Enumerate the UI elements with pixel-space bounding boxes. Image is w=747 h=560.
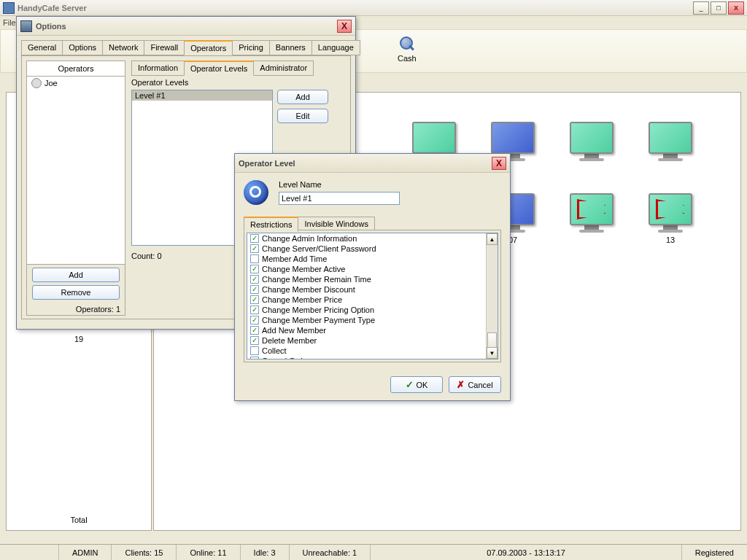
toolbar-cash-label: Cash: [398, 54, 417, 63]
level-name-label: Level Name: [279, 180, 322, 189]
options-tab-operators[interactable]: Operators: [184, 40, 233, 55]
restriction-label: Member Add Time: [262, 254, 327, 263]
avatar-icon: [31, 78, 42, 88]
cancel-button[interactable]: ✗Cancel: [449, 376, 501, 393]
checkbox[interactable]: [250, 234, 259, 243]
restriction-label: Collect: [262, 346, 287, 355]
status-unreachable: Unreachable: 1: [289, 545, 371, 560]
restriction-item[interactable]: Change Member Pricing Option: [247, 305, 498, 315]
app-title: HandyCafe Server: [18, 4, 693, 12]
restriction-label: Change Member Payment Type: [262, 316, 375, 324]
restriction-label: Add New Member: [262, 326, 326, 335]
maximize-button[interactable]: □: [711, 1, 727, 15]
operators-add-button[interactable]: Add: [32, 268, 120, 282]
checkbox[interactable]: [250, 316, 259, 324]
checkbox[interactable]: [250, 275, 259, 284]
restriction-label: Change Member Active: [262, 265, 345, 273]
options-tab-network[interactable]: Network: [102, 40, 144, 55]
client-monitor[interactable]: [567, 193, 616, 244]
restriction-item[interactable]: Cancel Order: [247, 356, 498, 359]
subtab-operator-levels[interactable]: Operator Levels: [184, 61, 254, 76]
level-name-input[interactable]: [279, 192, 400, 205]
level-item[interactable]: Level #1: [132, 90, 272, 101]
level-edit-button[interactable]: Edit: [277, 109, 328, 123]
restriction-label: Delete Member: [262, 336, 317, 345]
toolbar-cash-button[interactable]: Cash: [398, 35, 417, 63]
check-icon: ✓: [406, 379, 414, 390]
operators-remove-button[interactable]: Remove: [32, 285, 120, 300]
options-tab-pricing[interactable]: Pricing: [232, 40, 270, 55]
options-close-button[interactable]: X: [337, 20, 352, 33]
operator-item[interactable]: Joe: [27, 77, 125, 90]
client-monitor[interactable]: [567, 122, 616, 164]
status-spacer: [0, 545, 58, 560]
restriction-label: Change Member Discount: [262, 285, 355, 294]
checkbox[interactable]: [250, 326, 259, 335]
checkbox[interactable]: [250, 295, 259, 304]
scroll-up-button[interactable]: ▲: [487, 233, 498, 245]
restriction-item[interactable]: Change Member Remain Time: [247, 274, 498, 284]
options-tab-firewall[interactable]: Firewall: [144, 40, 185, 55]
status-online: Online: 11: [176, 545, 239, 560]
operator-name: Joe: [44, 79, 58, 88]
magnifier-icon: [398, 35, 416, 52]
checkbox[interactable]: [250, 244, 259, 253]
operators-footer: Operators: 1: [27, 303, 125, 316]
client-label: 13: [646, 236, 695, 244]
subtab-administrator[interactable]: Administrator: [253, 61, 314, 76]
close-button[interactable]: X: [728, 1, 744, 15]
restriction-item[interactable]: Change Server/Client Password: [247, 244, 498, 254]
checkbox[interactable]: [250, 306, 259, 314]
restriction-label: Change Member Pricing Option: [262, 306, 374, 314]
restriction-item[interactable]: Add New Member: [247, 325, 498, 335]
restriction-label: Change Admin Information: [262, 234, 357, 243]
restriction-label: Change Member Price: [262, 295, 342, 304]
restriction-label: Cancel Order: [262, 357, 309, 359]
restriction-item[interactable]: Delete Member: [247, 335, 498, 346]
checkbox[interactable]: [250, 285, 259, 294]
options-tab-language[interactable]: Language: [311, 40, 360, 55]
operator-subtabs: InformationOperator LevelsAdministrator: [131, 61, 313, 76]
restriction-item[interactable]: Change Admin Information: [247, 233, 498, 244]
level-close-button[interactable]: X: [492, 157, 506, 170]
restriction-item[interactable]: Change Member Active: [247, 264, 498, 274]
status-clients: Clients: 15: [111, 545, 176, 560]
key-icon: [244, 180, 268, 205]
restrictions-list[interactable]: Change Admin InformationChange Server/Cl…: [247, 233, 498, 359]
operators-list[interactable]: Joe: [27, 77, 125, 265]
checkbox[interactable]: [250, 346, 259, 355]
client-monitor[interactable]: 13: [646, 193, 695, 244]
options-tab-banners[interactable]: Banners: [269, 40, 312, 55]
minimize-button[interactable]: _: [693, 1, 709, 15]
restriction-item[interactable]: Change Member Payment Type: [247, 315, 498, 325]
options-tabstrip: GeneralOptionsNetworkFirewallOperatorsPr…: [21, 40, 351, 55]
checkbox[interactable]: [250, 265, 259, 273]
level-add-button[interactable]: Add: [277, 90, 328, 104]
ok-button[interactable]: ✓OK: [390, 376, 443, 393]
subtab-information[interactable]: Information: [131, 61, 185, 76]
checkbox[interactable]: [250, 336, 259, 345]
x-icon: ✗: [457, 379, 465, 390]
restriction-label: Change Server/Client Password: [262, 244, 376, 253]
restrictions-scrollbar[interactable]: ▲ ▼: [486, 233, 498, 359]
status-idle: Idle: 3: [240, 545, 289, 560]
level-tab-restrictions[interactable]: Restrictions: [244, 217, 298, 232]
checkbox[interactable]: [250, 357, 259, 359]
status-registered: Registered: [681, 545, 747, 560]
scroll-down-button[interactable]: ▼: [487, 347, 498, 359]
restriction-item[interactable]: Change Member Discount: [247, 284, 498, 295]
app-icon: [3, 2, 15, 14]
options-tab-options[interactable]: Options: [62, 40, 103, 55]
operator-level-dialog: Operator Level X Level Name Restrictions…: [234, 153, 511, 401]
restriction-item[interactable]: Member Add Time: [247, 254, 498, 264]
checkbox[interactable]: [250, 254, 259, 263]
restriction-item[interactable]: Collect: [247, 346, 498, 356]
client-monitor[interactable]: [646, 122, 695, 164]
menu-file[interactable]: File: [3, 18, 16, 27]
options-titlebar: Options X: [17, 17, 355, 36]
options-tab-general[interactable]: General: [21, 40, 63, 55]
tree-count: 19: [7, 335, 151, 343]
restriction-item[interactable]: Change Member Price: [247, 295, 498, 305]
levels-count: Count: 0: [131, 252, 162, 260]
restriction-label: Change Member Remain Time: [262, 275, 371, 284]
